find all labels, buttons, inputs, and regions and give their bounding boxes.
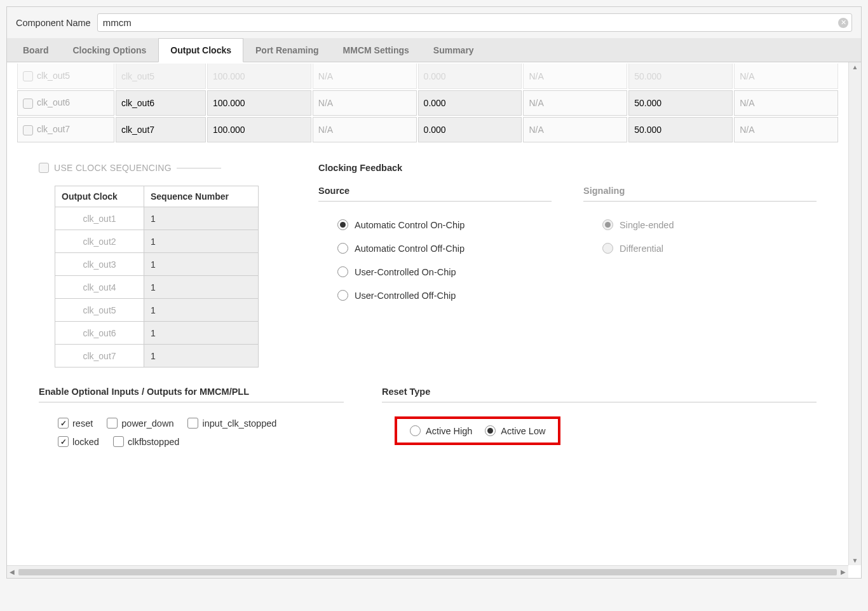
radio-automatic-control-on-chip[interactable]: Automatic Control On-Chip xyxy=(318,213,552,237)
clock-enable-cell[interactable]: clk_out7 xyxy=(17,117,114,142)
scroll-left-icon[interactable]: ◀ xyxy=(7,568,17,575)
radio-user-controlled-on-chip[interactable]: User-Controlled On-Chip xyxy=(318,260,552,284)
phase-input[interactable] xyxy=(424,125,517,135)
port-name-cell[interactable] xyxy=(116,90,206,116)
phase-cell[interactable] xyxy=(418,90,522,116)
source-options: Automatic Control On-ChipAutomatic Contr… xyxy=(318,213,552,307)
seq-output-clock: clk_out4 xyxy=(55,276,144,299)
radio-icon[interactable] xyxy=(337,243,348,254)
reset-type-column: Reset Type Active HighActive Low xyxy=(382,387,817,451)
seq-row: clk_out41 xyxy=(55,276,259,299)
seq-number: 1 xyxy=(144,345,259,367)
radio-icon[interactable] xyxy=(337,290,348,301)
checkbox-label: input_clk_stopped xyxy=(202,418,276,429)
seq-number: 1 xyxy=(144,253,259,276)
vertical-scrollbar[interactable]: ▲ ▼ xyxy=(848,62,861,565)
use-clock-sequencing-label: USE CLOCK SEQUENCING xyxy=(54,163,172,173)
port-name-input[interactable] xyxy=(121,125,200,135)
scroll-thumb[interactable] xyxy=(18,569,837,575)
freq-cell[interactable] xyxy=(207,64,311,89)
radio-differential: Differential xyxy=(583,237,817,260)
source-section: Source Automatic Control On-ChipAutomati… xyxy=(318,186,552,307)
freq-actual-cell: N/A xyxy=(313,117,417,142)
tab-summary[interactable]: Summary xyxy=(421,38,486,62)
radio-label: Automatic Control On-Chip xyxy=(355,220,465,230)
freq-cell[interactable] xyxy=(207,117,311,142)
clock-row: clk_out6N/AN/AN/A xyxy=(17,90,838,116)
freq-actual-cell: N/A xyxy=(313,64,417,89)
port-name-input[interactable] xyxy=(121,98,200,108)
lower-section: USE CLOCK SEQUENCING Output ClockSequenc… xyxy=(7,144,848,374)
seq-output-clock: clk_out5 xyxy=(55,299,144,322)
phase-input[interactable] xyxy=(424,71,517,81)
checkbox-icon[interactable] xyxy=(58,436,69,447)
checkbox-disabled-icon xyxy=(23,125,33,135)
scroll-right-icon[interactable]: ▶ xyxy=(838,568,848,575)
radio-icon[interactable] xyxy=(337,266,348,277)
seq-row: clk_out11 xyxy=(55,207,259,230)
duty-cell[interactable] xyxy=(628,64,733,89)
duty-actual-cell: N/A xyxy=(734,90,838,116)
scroll-up-icon[interactable]: ▲ xyxy=(851,62,860,72)
seq-row: clk_out51 xyxy=(55,299,259,322)
tab-output-clocks[interactable]: Output Clocks xyxy=(158,38,243,62)
radio-automatic-control-off-chip[interactable]: Automatic Control Off-Chip xyxy=(318,237,552,260)
checkbox-reset[interactable]: reset xyxy=(58,418,93,429)
checkbox-locked[interactable]: locked xyxy=(58,436,99,447)
tab-content: clk_out5N/AN/AN/Aclk_out6N/AN/AN/Aclk_ou… xyxy=(7,62,861,578)
checkbox-input-clk-stopped[interactable]: input_clk_stopped xyxy=(187,418,276,429)
clock-enable-cell[interactable]: clk_out6 xyxy=(17,90,114,116)
freq-input[interactable] xyxy=(213,71,306,81)
duty-input[interactable] xyxy=(634,125,727,135)
checkbox-icon[interactable] xyxy=(187,418,198,429)
tab-clocking-options[interactable]: Clocking Options xyxy=(60,38,158,62)
radio-label: Automatic Control Off-Chip xyxy=(355,244,465,254)
radio-icon[interactable] xyxy=(485,425,496,436)
feedback-grid: Source Automatic Control On-ChipAutomati… xyxy=(318,186,817,307)
component-name-input[interactable] xyxy=(97,13,852,32)
port-name-cell[interactable] xyxy=(116,117,206,142)
checkbox-icon[interactable] xyxy=(107,418,118,429)
component-name-row: Component Name ✕ xyxy=(7,7,861,38)
signaling-title: Signaling xyxy=(583,186,817,202)
reset-radio-active-low[interactable]: Active Low xyxy=(485,425,545,436)
checkbox-power-down[interactable]: power_down xyxy=(107,418,173,429)
scroll-down-icon[interactable]: ▼ xyxy=(851,556,860,565)
clear-icon[interactable]: ✕ xyxy=(838,18,848,28)
optional-io-title: Enable Optional Inputs / Outputs for MMC… xyxy=(39,387,344,402)
tab-port-renaming[interactable]: Port Renaming xyxy=(243,38,331,62)
radio-single-ended: Single-ended xyxy=(583,213,817,237)
duty-cell[interactable] xyxy=(628,90,733,116)
freq-cell[interactable] xyxy=(207,90,311,116)
duty-actual-cell: N/A xyxy=(734,117,838,142)
port-name-cell[interactable] xyxy=(116,64,206,89)
freq-input[interactable] xyxy=(213,125,306,135)
checkbox-clkfbstopped[interactable]: clkfbstopped xyxy=(113,436,179,447)
seq-number: 1 xyxy=(144,299,259,322)
checkbox-icon[interactable] xyxy=(58,418,69,429)
checkbox-icon[interactable] xyxy=(113,436,124,447)
tab-mmcm-settings[interactable]: MMCM Settings xyxy=(331,38,421,62)
clock-enable-cell[interactable]: clk_out5 xyxy=(17,64,114,89)
freq-input[interactable] xyxy=(213,98,306,108)
phase-cell[interactable] xyxy=(418,64,522,89)
phase-cell[interactable] xyxy=(418,117,522,142)
horizontal-scrollbar[interactable]: ◀ ▶ xyxy=(7,565,848,578)
seq-output-clock: clk_out3 xyxy=(55,253,144,276)
reset-radio-active-high[interactable]: Active High xyxy=(410,425,472,436)
tab-board[interactable]: Board xyxy=(11,38,60,62)
radio-icon[interactable] xyxy=(337,219,348,230)
sequence-column: USE CLOCK SEQUENCING Output ClockSequenc… xyxy=(39,163,293,367)
phase-input[interactable] xyxy=(424,98,517,108)
optional-io-column: Enable Optional Inputs / Outputs for MMC… xyxy=(39,387,344,451)
duty-input[interactable] xyxy=(634,71,727,81)
output-clocks-table: clk_out5N/AN/AN/Aclk_out6N/AN/AN/Aclk_ou… xyxy=(16,62,839,144)
duty-input[interactable] xyxy=(634,98,727,108)
duty-cell[interactable] xyxy=(628,117,733,142)
radio-label: Active Low xyxy=(501,426,545,436)
radio-user-controlled-off-chip[interactable]: User-Controlled Off-Chip xyxy=(318,284,552,307)
seq-number: 1 xyxy=(144,276,259,299)
seq-number: 1 xyxy=(144,322,259,345)
port-name-input[interactable] xyxy=(121,71,200,81)
radio-icon[interactable] xyxy=(410,425,421,436)
